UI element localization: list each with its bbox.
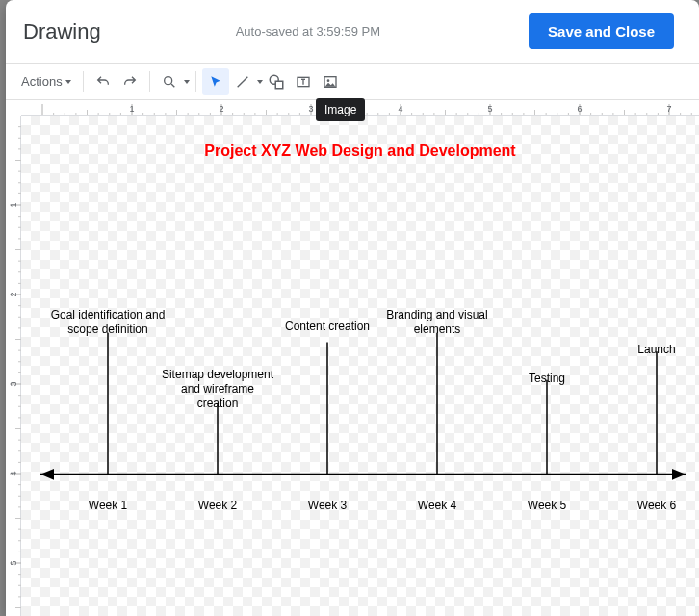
ruler-h-number: 1 xyxy=(129,104,134,114)
zoom-icon-wrap xyxy=(156,68,183,95)
ruler-v-number: 3 xyxy=(9,378,18,390)
line-icon xyxy=(235,74,250,90)
redo-button[interactable] xyxy=(116,68,143,95)
svg-line-1 xyxy=(171,84,174,87)
autosave-status: Auto-saved at 3:59:59 PM xyxy=(236,24,529,38)
timeline-milestone-label: Testing xyxy=(489,372,605,386)
svg-line-2 xyxy=(237,76,247,87)
cursor-icon xyxy=(209,75,222,89)
save-and-close-button[interactable]: Save and Close xyxy=(529,13,674,49)
textbox-icon xyxy=(296,74,311,90)
ruler-v-number: 1 xyxy=(9,199,18,211)
shape-icon xyxy=(268,73,285,90)
caret-down-icon xyxy=(184,80,190,84)
ruler-h-number: 2 xyxy=(219,104,223,114)
dialog-header: Drawing Auto-saved at 3:59:59 PM Save an… xyxy=(6,0,699,64)
image-tooltip: Image xyxy=(316,98,365,121)
toolbar: Actions xyxy=(6,64,699,100)
toolbar-separator xyxy=(149,71,150,92)
svg-point-9 xyxy=(326,79,329,82)
textbox-tool-button[interactable] xyxy=(290,68,317,95)
undo-icon xyxy=(95,74,111,90)
ruler-v-number: 5 xyxy=(9,557,18,569)
ruler-h-number: 6 xyxy=(577,104,582,114)
ruler-h-number: 3 xyxy=(308,104,313,114)
ruler-h-number: 7 xyxy=(666,104,671,114)
actions-menu-button[interactable]: Actions xyxy=(15,70,77,92)
toolbar-separator xyxy=(83,71,84,92)
editor-body: 12345 Project XYZ Web Design and Develop… xyxy=(6,116,699,616)
line-tool-dropdown[interactable] xyxy=(229,68,263,95)
timeline-week-label: Week 1 xyxy=(89,499,127,512)
line-tool-button xyxy=(229,68,256,95)
ruler-h-number: 4 xyxy=(398,104,402,114)
drawing-canvas[interactable]: Project XYZ Web Design and Development G… xyxy=(21,116,699,616)
timeline-week-label: Week 6 xyxy=(637,499,676,512)
caret-down-icon xyxy=(257,80,263,84)
timeline-week-label: Week 5 xyxy=(528,499,566,512)
timeline-week-label: Week 3 xyxy=(308,499,347,512)
timeline-week-label: Week 4 xyxy=(418,499,456,512)
image-tool-button[interactable] xyxy=(317,68,344,95)
redo-icon xyxy=(122,74,138,90)
svg-point-0 xyxy=(164,76,171,84)
ruler-h-number: 5 xyxy=(487,104,492,114)
toolbar-separator xyxy=(350,71,350,92)
actions-label: Actions xyxy=(21,74,63,89)
ruler-vertical: 12345 xyxy=(6,116,21,616)
timeline-week-label: Week 2 xyxy=(198,499,237,512)
svg-rect-4 xyxy=(275,81,283,89)
timeline-milestone-label: Launch xyxy=(599,343,699,357)
toolbar-separator xyxy=(195,71,196,92)
dialog-title: Drawing xyxy=(23,19,101,44)
undo-button[interactable] xyxy=(90,68,116,95)
image-icon xyxy=(323,74,338,90)
timeline-milestone-label: Branding and visual elements xyxy=(379,308,495,337)
timeline-graphic xyxy=(21,116,699,616)
zoom-icon xyxy=(162,74,177,90)
timeline-milestone-label: Content creation xyxy=(270,320,385,334)
timeline-milestone-label: Sitemap development and wireframe creati… xyxy=(160,368,275,411)
timeline-milestone-label: Goal identification and scope definition xyxy=(50,308,166,337)
caret-down-icon xyxy=(65,80,71,84)
ruler-v-number: 2 xyxy=(9,289,18,300)
zoom-dropdown[interactable] xyxy=(156,68,190,95)
svg-marker-132 xyxy=(672,469,686,480)
svg-marker-131 xyxy=(40,469,54,480)
drawing-dialog: Drawing Auto-saved at 3:59:59 PM Save an… xyxy=(6,0,699,616)
shape-tool-button[interactable] xyxy=(263,68,290,95)
ruler-v-number: 4 xyxy=(9,468,18,479)
select-tool-button[interactable] xyxy=(202,68,229,95)
